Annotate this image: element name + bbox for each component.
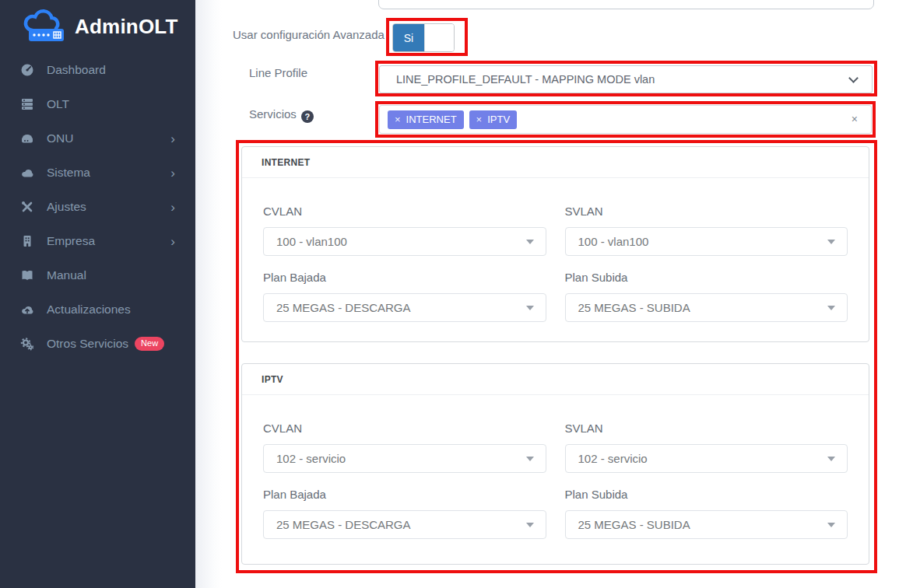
sidebar-item-label: Actualizaciones: [47, 303, 131, 317]
panel-body: CVLAN 102 - servicio SVLAN 102 - servici…: [242, 395, 869, 539]
cvlan-label: CVLAN: [263, 205, 546, 218]
sidebar-item-label: Otros Servicios: [47, 337, 128, 351]
plan-bajada-value: 25 MEGAS - DESCARGA: [276, 518, 411, 531]
sidebar-item-label: OLT: [47, 97, 69, 111]
cloud-olt-logo-icon: [20, 9, 68, 44]
chevron-right-icon: ›: [170, 201, 175, 214]
content-left-fade: [195, 0, 222, 588]
cvlan-label: CVLAN: [263, 422, 546, 435]
sidebar-item-ajustes[interactable]: Ajustes ›: [0, 190, 195, 224]
line-profile-select[interactable]: LINE_PROFILE_DEFAULT - MAPPING MODE vlan: [379, 65, 873, 93]
panel-title: INTERNET: [262, 157, 310, 168]
sidebar-item-label: Manual: [47, 268, 86, 282]
sidebar-item-label: Dashboard: [47, 63, 106, 77]
service-tag-iptv: × IPTV: [469, 110, 518, 129]
sidebar-item-label: Ajustes: [47, 200, 86, 214]
plan-bajada-select[interactable]: 25 MEGAS - DESCARGA: [263, 293, 546, 322]
cvlan-value: 102 - servicio: [276, 452, 346, 465]
iptv-panel: IPTV CVLAN 102 - servicio SVLAN 102 -: [241, 363, 869, 565]
plan-bajada-label: Plan Bajada: [263, 488, 546, 501]
sidebar-item-olt[interactable]: OLT: [0, 87, 195, 121]
toggle-knob: [424, 24, 454, 51]
advanced-config-label: Usar configuración Avanzada: [233, 28, 385, 41]
sidebar-item-otros-servicios[interactable]: Otros Servicios New: [0, 327, 195, 361]
plan-bajada-select[interactable]: 25 MEGAS - DESCARGA: [263, 510, 546, 539]
content-area: Usar configuración Avanzada Si Line Prof…: [195, 0, 906, 588]
plan-subida-select[interactable]: 25 MEGAS - SUBIDA: [565, 293, 848, 322]
chevron-down-icon: [848, 73, 859, 83]
service-tag-internet: × INTERNET: [388, 110, 464, 129]
svlan-select[interactable]: 100 - vlan100: [565, 227, 848, 256]
caret-down-icon: [827, 240, 835, 244]
remove-tag-icon[interactable]: ×: [476, 114, 483, 124]
cvlan-select[interactable]: 102 - servicio: [263, 444, 546, 473]
sidebar-nav: Dashboard OLT ONU › Sistema: [0, 53, 195, 361]
router-icon: [19, 131, 36, 145]
svlan-label: SVLAN: [565, 422, 848, 435]
caret-down-icon: [526, 240, 534, 244]
new-badge: New: [135, 337, 164, 351]
svlan-value: 100 - vlan100: [578, 235, 649, 248]
chevron-right-icon: ›: [170, 132, 175, 145]
logo-text: AdminOLT: [75, 15, 178, 39]
panel-header: INTERNET: [242, 147, 869, 178]
sidebar-item-label: ONU: [47, 131, 73, 145]
plan-subida-label: Plan Subida: [565, 488, 848, 501]
server-icon: [19, 97, 36, 111]
sidebar-item-sistema[interactable]: Sistema ›: [0, 156, 195, 190]
caret-down-icon: [827, 457, 835, 461]
chevron-right-icon: ›: [170, 166, 175, 180]
panel-header: IPTV: [242, 364, 869, 395]
sidebar-item-actualizaciones[interactable]: Actualizaciones: [0, 292, 195, 327]
caret-down-icon: [526, 457, 534, 461]
building-icon: [19, 234, 36, 248]
svlan-value: 102 - servicio: [578, 452, 648, 465]
panel-body: CVLAN 100 - vlan100 SVLAN 100 - vlan100: [242, 178, 869, 322]
services-multiselect[interactable]: × INTERNET × IPTV ×: [379, 105, 872, 134]
sidebar-item-dashboard[interactable]: Dashboard: [0, 53, 195, 87]
toggle-on-label: Si: [393, 24, 424, 51]
line-profile-label: Line Profile: [249, 66, 307, 79]
caret-down-icon: [526, 306, 534, 310]
plan-subida-value: 25 MEGAS - SUBIDA: [578, 301, 690, 314]
svlan-label: SVLAN: [565, 205, 848, 218]
tag-label: IPTV: [487, 114, 510, 125]
advanced-config-toggle[interactable]: Si: [392, 23, 455, 52]
sidebar: AdminOLT Dashboard OLT ONU ›: [0, 0, 195, 588]
clear-selection-icon[interactable]: ×: [852, 113, 858, 125]
tag-label: INTERNET: [406, 114, 457, 125]
caret-down-icon: [827, 306, 835, 310]
cvlan-value: 100 - vlan100: [276, 235, 347, 248]
plan-subida-value: 25 MEGAS - SUBIDA: [578, 518, 690, 531]
sidebar-item-label: Sistema: [47, 166, 90, 180]
sidebar-item-onu[interactable]: ONU ›: [0, 121, 195, 156]
services-label: Servicios?: [249, 107, 314, 123]
panel-title: IPTV: [262, 374, 283, 385]
gauge-icon: [19, 63, 36, 77]
plan-subida-label: Plan Subida: [565, 271, 848, 284]
chevron-right-icon: ›: [170, 235, 175, 248]
partial-input-above[interactable]: [378, 0, 874, 9]
cloud-icon: [19, 166, 36, 180]
caret-down-icon: [827, 523, 835, 527]
logo[interactable]: AdminOLT: [0, 0, 195, 53]
plan-bajada-value: 25 MEGAS - DESCARGA: [276, 301, 411, 314]
plan-bajada-label: Plan Bajada: [263, 271, 546, 284]
caret-down-icon: [526, 523, 534, 527]
remove-tag-icon[interactable]: ×: [395, 114, 401, 124]
help-icon[interactable]: ?: [301, 110, 314, 123]
tools-icon: [19, 200, 36, 214]
plan-subida-select[interactable]: 25 MEGAS - SUBIDA: [565, 510, 848, 539]
book-icon: [19, 268, 36, 282]
services-label-text: Servicios: [249, 107, 297, 121]
cloud-upload-icon: [19, 303, 36, 317]
gears-icon: [19, 337, 36, 351]
sidebar-item-manual[interactable]: Manual: [0, 258, 195, 292]
sidebar-item-empresa[interactable]: Empresa ›: [0, 224, 195, 258]
cvlan-select[interactable]: 100 - vlan100: [263, 227, 546, 256]
line-profile-value: LINE_PROFILE_DEFAULT - MAPPING MODE vlan: [396, 73, 655, 86]
svlan-select[interactable]: 102 - servicio: [565, 444, 848, 473]
app-root: AdminOLT Dashboard OLT ONU ›: [0, 0, 906, 588]
internet-panel: INTERNET CVLAN 100 - vlan100 SVLAN 100: [241, 146, 869, 342]
sidebar-item-label: Empresa: [47, 234, 95, 248]
